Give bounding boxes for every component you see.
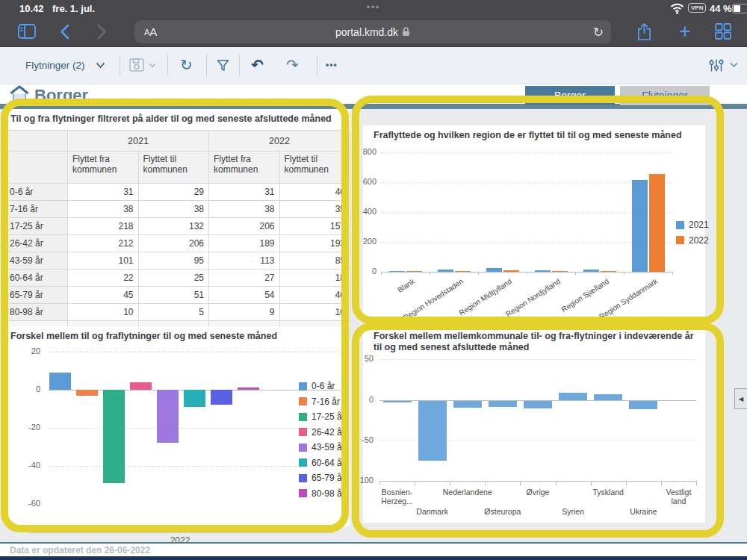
table-row: 60-64 år22252718 xyxy=(7,270,350,287)
redo-icon[interactable]: ↷ xyxy=(286,46,299,84)
lock-icon xyxy=(402,27,410,37)
address-bar[interactable]: AA portal.kmd.dk ↻ xyxy=(134,20,611,43)
legend-label: 0-6 år xyxy=(311,381,335,391)
filter-icon[interactable] xyxy=(217,46,229,84)
view-selector[interactable]: Flytninger (2) xyxy=(25,46,105,84)
refresh-icon[interactable]: ↻ xyxy=(180,46,193,84)
x-tick xyxy=(415,481,415,485)
gridline xyxy=(48,466,341,467)
x-tick xyxy=(527,272,527,275)
bar-Nederlandene xyxy=(453,401,482,408)
reload-icon[interactable]: ↻ xyxy=(593,20,604,43)
x-tick xyxy=(379,481,380,485)
row-label: 65-79 år xyxy=(7,287,68,304)
x-tick xyxy=(575,272,576,275)
cell-value: 45 xyxy=(68,287,139,304)
table-row: 65-79 år45515446 xyxy=(7,287,350,304)
x-tick xyxy=(626,481,627,485)
cell-value: 206 xyxy=(138,235,209,252)
y-tick-label: -20 xyxy=(12,423,40,432)
x-tick xyxy=(696,481,697,485)
x-category-label: Bosnien-Herzeg... xyxy=(374,488,421,505)
browser-toolbar: AA portal.kmd.dk ↻ + xyxy=(0,16,747,47)
undo-icon[interactable]: ↶ xyxy=(251,46,264,84)
tab-overview-icon[interactable] xyxy=(713,16,733,46)
collapse-panel-button[interactable]: ◀ xyxy=(734,388,747,409)
y-tick-label: 20 xyxy=(12,346,40,355)
cell-value: 189 xyxy=(209,235,280,252)
cell-value: 35 xyxy=(279,201,350,218)
legend-label: 26-42 år xyxy=(311,427,345,438)
panel-country-chart: Forskel mellem mellemkommunale til- og f… xyxy=(363,326,705,523)
x-category-label: Ukraine xyxy=(619,507,668,516)
y-tick-label: 200 xyxy=(348,237,376,246)
bar-17-25 år xyxy=(103,390,125,483)
tab-flytninger[interactable]: Flytninger xyxy=(620,86,710,105)
legend-item[interactable]: 17-25 år xyxy=(299,411,345,422)
more-options-icon[interactable]: ••• xyxy=(326,46,338,84)
bar-7-16 år xyxy=(76,390,98,396)
region-chart-plot: 8006004002000BlankRegion HovedstadenRegi… xyxy=(381,152,672,272)
share-icon[interactable] xyxy=(634,16,654,46)
legend-label: 65-79 år xyxy=(311,473,345,483)
cell-value: 95 xyxy=(138,252,209,270)
legend-item[interactable]: 2021 xyxy=(676,220,709,230)
legend-item[interactable]: 7-16 år xyxy=(299,396,345,407)
table-row: 80-98 år105910 xyxy=(7,304,350,321)
legend-item[interactable]: 0-6 år xyxy=(299,381,345,391)
agediff-chart-plot: 200-20-40-60 xyxy=(48,352,341,504)
table-row: 17-25 år218132206157 xyxy=(7,218,350,235)
legend-label: 80-98 år xyxy=(311,488,345,499)
x-tick xyxy=(624,272,624,275)
legend-label: 7-16 år xyxy=(311,396,340,407)
personalize-icon[interactable] xyxy=(709,46,738,84)
bar-2021 xyxy=(438,270,453,272)
legend-item[interactable]: 60-64 år xyxy=(299,458,345,468)
vpn-badge: VPN xyxy=(688,3,706,13)
agediff-chart-legend: 0-6 år7-16 år17-25 år26-42 år43-59 år60-… xyxy=(299,381,345,503)
bar-2022 xyxy=(649,174,665,272)
bar-Østeuropa xyxy=(489,401,517,407)
gridline xyxy=(379,359,696,360)
x-tick xyxy=(672,272,673,275)
row-label: 17-25 år xyxy=(7,218,68,235)
legend-item[interactable]: 2022 xyxy=(676,235,709,246)
bar-0-6 år xyxy=(49,373,71,390)
x-tick xyxy=(430,272,430,275)
bar-2021 xyxy=(632,180,648,272)
cell-value: 9 xyxy=(209,304,280,321)
cell-value: 132 xyxy=(138,218,209,235)
table-row: 7-16 år38383835 xyxy=(7,201,350,218)
battery-icon xyxy=(732,4,747,13)
cell-value: 101 xyxy=(68,252,139,270)
bar-Danmark xyxy=(418,401,447,461)
forward-icon[interactable] xyxy=(94,16,109,46)
legend-item[interactable]: 65-79 år xyxy=(299,473,345,483)
back-icon[interactable] xyxy=(57,16,72,46)
bar-26-42 år xyxy=(130,382,152,390)
panel-agediff-chart: Forskel mellem til og fraflytninger til … xyxy=(6,326,350,526)
panel-title: Til og fra flytninger filtreret på alder… xyxy=(10,113,344,125)
bar-2021 xyxy=(389,271,405,272)
bar-Syrien xyxy=(559,393,587,400)
cell-value: 29 xyxy=(138,184,209,201)
sidebar-icon[interactable] xyxy=(16,16,37,46)
cell-value: 10 xyxy=(279,304,350,321)
cell-value: 38 xyxy=(209,201,280,218)
cell-value: 31 xyxy=(68,184,139,201)
y-tick-label: -100 xyxy=(345,476,374,485)
tab-borger[interactable]: Borger xyxy=(525,86,615,105)
year-header: 2022 xyxy=(209,131,350,152)
bottom-strip xyxy=(0,556,747,560)
footer: Data er opdateret den 26-06-2022 xyxy=(0,542,747,556)
panel-title: Fraflyttede og hvilken region de er flyt… xyxy=(374,130,699,141)
gridline xyxy=(48,352,341,352)
legend-item[interactable]: 80-98 år xyxy=(299,488,345,499)
new-tab-icon[interactable]: + xyxy=(675,16,695,46)
legend-item[interactable]: 26-42 år xyxy=(299,427,345,438)
column-header: Flyttet til kommunen xyxy=(138,152,209,184)
legend-item[interactable]: 43-59 år xyxy=(299,442,345,452)
cell-value: 51 xyxy=(138,287,209,304)
save-button[interactable] xyxy=(129,46,156,84)
x-tick xyxy=(450,481,450,485)
